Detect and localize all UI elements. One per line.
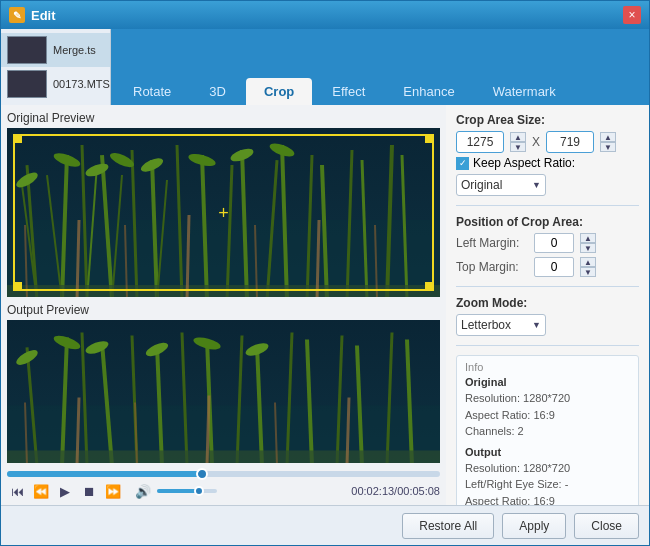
right-panel: Crop Area Size: 1275 ▲ ▼ X 719 ▲ [446,105,649,505]
window-title: Edit [31,8,56,23]
svg-line-69 [207,396,209,463]
skip-start-button[interactable]: ⏮ [7,481,27,501]
output-preview-image [7,320,440,463]
apply-button[interactable]: Apply [502,513,566,539]
bottom-bar: Restore All Apply Close [1,505,649,545]
play-prev-button[interactable]: ⏪ [31,481,51,501]
keep-aspect-checkbox[interactable]: ✓ [456,157,469,170]
tab-rotate[interactable]: Rotate [115,78,189,105]
tab-enhance[interactable]: Enhance [385,78,472,105]
crop-width-down[interactable]: ▼ [510,142,526,152]
crop-position-section: Position of Crop Area: Left Margin: ▲ ▼ … [456,215,639,277]
output-preview-box [7,320,440,463]
window-close-button[interactable]: × [623,6,641,24]
left-margin-spinner: ▲ ▼ [580,233,596,253]
file-name-00173: 00173.MTS [53,78,110,90]
crop-width-up[interactable]: ▲ [510,132,526,142]
original-preview-label: Original Preview [7,111,440,125]
close-dialog-button[interactable]: Close [574,513,639,539]
left-margin-down[interactable]: ▼ [580,243,596,253]
top-margin-down[interactable]: ▼ [580,267,596,277]
info-original-aspect: Aspect Ratio: 16:9 [465,407,630,424]
zoom-mode-section: Zoom Mode: Letterbox ▼ [456,296,639,336]
tab-crop[interactable]: Crop [246,78,312,105]
seek-slider[interactable] [7,471,440,477]
crop-size-row: 1275 ▲ ▼ X 719 ▲ ▼ [456,131,639,153]
top-margin-row: Top Margin: ▲ ▼ [456,257,639,277]
volume-row: 🔊 [133,481,217,501]
margin-group: Left Margin: ▲ ▼ Top Margin: ▲ ▼ [456,233,639,277]
left-margin-up[interactable]: ▲ [580,233,596,243]
divider-2 [456,286,639,287]
tab-effect[interactable]: Effect [314,78,383,105]
tabs: Rotate 3D Crop Effect Enhance Watermark [111,29,649,105]
left-margin-input[interactable] [534,233,574,253]
controls-row: ⏮ ⏪ ▶ ⏹ ⏩ 🔊 00:02:13/00:05:08 [7,481,440,501]
app-icon: ✎ [9,7,25,23]
info-section: Info Original Resolution: 1280*720 Aspec… [456,355,639,505]
timecode: 00:02:13/00:05:08 [351,485,440,497]
crop-height-spinner: ▲ ▼ [600,132,616,152]
zoom-dropdown[interactable]: Letterbox ▼ [456,314,546,336]
keep-aspect-label: Keep Aspect Ratio: [473,156,575,170]
volume-thumb [194,486,204,496]
info-original-channels: Channels: 2 [465,423,630,440]
title-bar-left: ✎ Edit [9,7,56,23]
crop-area-size-title: Crop Area Size: [456,113,545,127]
file-item-00173[interactable]: 00173.MTS [1,67,110,101]
svg-line-35 [77,220,79,297]
file-thumb-00173 [7,70,47,98]
play-button[interactable]: ▶ [55,481,75,501]
aspect-dropdown-arrow: ▼ [532,180,541,190]
crop-height-down[interactable]: ▼ [600,142,616,152]
info-output-eye-size: Left/Right Eye Size: - [465,476,630,493]
original-preview-image: + [7,128,440,297]
playback-bar: ⏮ ⏪ ▶ ⏹ ⏩ 🔊 00:02:13/00:05:08 [7,467,440,505]
stop-button[interactable]: ⏹ [79,481,99,501]
title-bar: ✎ Edit × [1,1,649,29]
file-thumb-merge [7,36,47,64]
crop-height-input[interactable]: 719 [546,131,594,153]
play-next-button[interactable]: ⏩ [103,481,123,501]
output-preview-label: Output Preview [7,303,440,317]
crop-height-up[interactable]: ▲ [600,132,616,142]
tab-3d[interactable]: 3D [191,78,244,105]
seek-fill [7,471,202,477]
keep-aspect-row: ✓ Keep Aspect Ratio: [456,156,639,170]
top-margin-label: Top Margin: [456,260,528,274]
main-content: Original Preview [1,105,649,505]
video-panel: Original Preview [1,105,446,505]
position-title: Position of Crop Area: [456,215,583,229]
top-margin-up[interactable]: ▲ [580,257,596,267]
svg-line-37 [187,215,189,297]
volume-slider[interactable] [157,489,217,493]
volume-icon[interactable]: 🔊 [133,481,153,501]
crop-area-size-section: Crop Area Size: 1275 ▲ ▼ X 719 ▲ [456,113,639,196]
info-original-resolution: Resolution: 1280*720 [465,390,630,407]
crop-width-input[interactable]: 1275 [456,131,504,153]
left-margin-label: Left Margin: [456,236,528,250]
info-output-aspect: Aspect Ratio: 16:9 [465,493,630,506]
divider-1 [456,205,639,206]
top-margin-input[interactable] [534,257,574,277]
original-preview-box: + [7,128,440,297]
file-item-merge[interactable]: Merge.ts [1,33,110,67]
file-name-merge: Merge.ts [53,44,96,56]
svg-line-67 [77,398,79,463]
file-panel: Merge.ts 00173.MTS [1,29,111,105]
zoom-dropdown-arrow: ▼ [532,320,541,330]
info-original-title: Original [465,376,630,388]
svg-rect-33 [7,285,440,297]
info-section-title: Info [465,361,630,373]
info-output-title: Output [465,446,630,458]
tab-bar: Merge.ts 00173.MTS Rotate 3D Crop Effect… [1,29,649,105]
tab-watermark[interactable]: Watermark [475,78,574,105]
divider-3 [456,345,639,346]
volume-fill [157,489,199,493]
svg-line-39 [317,220,319,297]
info-output-resolution: Resolution: 1280*720 [465,460,630,477]
svg-line-71 [347,398,349,463]
aspect-dropdown[interactable]: Original ▼ [456,174,546,196]
top-margin-spinner: ▲ ▼ [580,257,596,277]
restore-all-button[interactable]: Restore All [402,513,494,539]
